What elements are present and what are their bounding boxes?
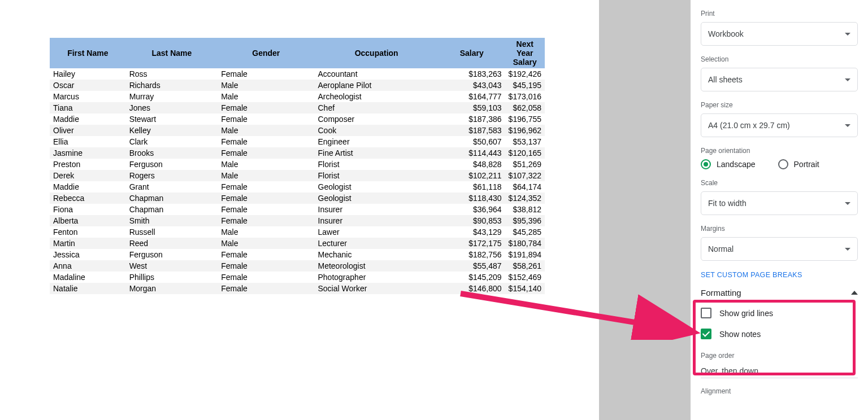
table-cell: Phillips <box>126 272 218 283</box>
table-row: HaileyRossFemaleAccountant$183,263$192,4… <box>50 68 545 80</box>
dropdown-icon <box>845 202 850 205</box>
show-grid-lines-label: Show grid lines <box>719 309 773 318</box>
orientation-portrait-radio[interactable]: Portrait <box>778 159 819 169</box>
scale-label: Scale <box>701 179 858 187</box>
chevron-up-icon <box>851 291 858 295</box>
table-cell: Male <box>218 80 314 91</box>
alignment-label: Alignment <box>701 387 858 395</box>
table-cell: Derek <box>50 170 126 181</box>
checkbox-unchecked-icon <box>701 308 711 318</box>
table-cell: Aeroplane Pilot <box>315 80 439 91</box>
table-row: FentonRussellMaleLawer$43,129$45,285 <box>50 226 545 238</box>
margins-select[interactable]: Normal <box>701 237 858 261</box>
table-cell: $38,812 <box>505 204 545 215</box>
table-row: DerekRogersMaleFlorist$102,211$107,322 <box>50 170 545 181</box>
page-order-select[interactable]: Over, then down <box>701 364 858 378</box>
show-grid-lines-checkbox[interactable]: Show grid lines <box>701 308 858 318</box>
scale-select[interactable]: Fit to width <box>701 191 858 215</box>
table-cell: Meteorologist <box>315 260 439 272</box>
table-cell: $62,058 <box>505 102 545 113</box>
table-row: FionaChapmanFemaleInsurer$36,964$38,812 <box>50 204 545 215</box>
table-cell: $180,784 <box>505 238 545 249</box>
table-cell: Male <box>218 125 314 136</box>
table-cell: $64,174 <box>505 181 545 193</box>
table-cell: Stewart <box>126 113 218 125</box>
table-cell: $48,828 <box>439 159 505 170</box>
table-cell: Lecturer <box>315 238 439 249</box>
table-cell: $45,195 <box>505 80 545 91</box>
table-cell: $196,962 <box>505 125 545 136</box>
table-cell: Female <box>218 283 314 294</box>
table-cell: Anna <box>50 260 126 272</box>
table-cell: $51,269 <box>505 159 545 170</box>
orientation-landscape-radio[interactable]: Landscape <box>701 159 756 169</box>
show-notes-checkbox[interactable]: Show notes <box>701 329 858 339</box>
table-cell: $107,322 <box>505 170 545 181</box>
column-header: Last Name <box>126 38 218 68</box>
table-cell: Clark <box>126 136 218 147</box>
table-cell: Female <box>218 136 314 147</box>
checkbox-checked-icon <box>701 329 711 339</box>
table-cell: $118,430 <box>439 193 505 204</box>
table-cell: Male <box>218 170 314 181</box>
table-cell: Female <box>218 204 314 215</box>
column-header: Salary <box>439 38 505 68</box>
table-cell: $187,386 <box>439 113 505 125</box>
table-cell: Reed <box>126 238 218 249</box>
table-cell: Oliver <box>50 125 126 136</box>
table-cell: $114,443 <box>439 147 505 159</box>
table-cell: Jessica <box>50 249 126 260</box>
table-cell: Female <box>218 181 314 193</box>
table-cell: Mechanic <box>315 249 439 260</box>
table-row: MadalinePhillipsFemalePhotographer$145,2… <box>50 272 545 283</box>
table-cell: Ferguson <box>126 159 218 170</box>
table-cell: Female <box>218 113 314 125</box>
table-cell: Kelley <box>126 125 218 136</box>
selection-value: All sheets <box>708 75 743 84</box>
table-cell: Geologist <box>315 181 439 193</box>
table-cell: Grant <box>126 181 218 193</box>
formatting-section-header[interactable]: Formatting <box>701 288 858 298</box>
table-row: PrestonFergusonMaleFlorist$48,828$51,269 <box>50 159 545 170</box>
paper-size-label: Paper size <box>701 101 858 109</box>
scale-value: Fit to width <box>708 199 747 208</box>
table-cell: $43,129 <box>439 226 505 238</box>
orientation-landscape-label: Landscape <box>717 160 756 169</box>
table-cell: Female <box>218 260 314 272</box>
table-row: RebeccaChapmanFemaleGeologist$118,430$12… <box>50 193 545 204</box>
page-order-label: Page order <box>701 352 858 360</box>
table-cell: $102,211 <box>439 170 505 181</box>
dropdown-icon <box>845 124 850 127</box>
paper-size-select[interactable]: A4 (21.0 cm x 29.7 cm) <box>701 113 858 137</box>
table-row: NatalieMorganFemaleSocial Worker$146,800… <box>50 283 545 294</box>
selection-select[interactable]: All sheets <box>701 68 858 91</box>
table-cell: $90,853 <box>439 215 505 226</box>
page-order-value: Over, then down <box>701 366 758 375</box>
table-cell: Preston <box>50 159 126 170</box>
table-cell: Lawer <box>315 226 439 238</box>
dropdown-icon <box>845 78 850 81</box>
set-custom-page-breaks-link[interactable]: SET CUSTOM PAGE BREAKS <box>701 271 858 279</box>
print-settings-sidebar: Print Workbook Selection All sheets Pape… <box>691 0 868 420</box>
selection-label: Selection <box>701 55 858 63</box>
table-cell: Insurer <box>315 215 439 226</box>
table-row: JessicaFergusonFemaleMechanic$182,756$19… <box>50 249 545 260</box>
print-select[interactable]: Workbook <box>701 22 858 46</box>
table-cell: $182,756 <box>439 249 505 260</box>
radio-unchecked-icon <box>778 159 788 169</box>
table-row: MartinReedMaleLecturer$172,175$180,784 <box>50 238 545 249</box>
table-cell: Natalie <box>50 283 126 294</box>
table-cell: Murray <box>126 91 218 102</box>
table-row: JasmineBrooksFemaleFine Artist$114,443$1… <box>50 147 545 159</box>
table-cell: Fiona <box>50 204 126 215</box>
show-notes-label: Show notes <box>719 330 761 339</box>
table-cell: Archeologist <box>315 91 439 102</box>
table-cell: Chef <box>315 102 439 113</box>
table-cell: Morgan <box>126 283 218 294</box>
data-table: First NameLast NameGenderOccupationSalar… <box>50 38 545 294</box>
table-row: ElliaClarkFemaleEngineer$50,607$53,137 <box>50 136 545 147</box>
table-cell: Chapman <box>126 193 218 204</box>
dropdown-icon <box>845 248 850 251</box>
table-cell: Jasmine <box>50 147 126 159</box>
table-cell: Madaline <box>50 272 126 283</box>
